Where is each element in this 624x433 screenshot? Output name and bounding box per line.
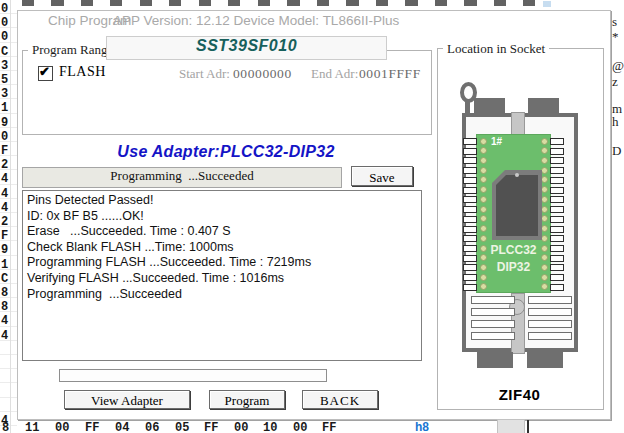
bg-hex-byte: 00: [55, 421, 69, 433]
pin-dot: [541, 206, 548, 213]
pin-stub: [463, 264, 477, 271]
bg-hex-char: 0: [1, 130, 16, 144]
pin-dot: [541, 167, 548, 174]
bg-hex-char: 3: [1, 59, 16, 73]
pin-dot: [541, 274, 548, 281]
log-lines: Pins Detected Passed!ID: 0x BF B5 ......…: [27, 193, 421, 302]
pin-stub: [463, 255, 477, 262]
board-pin1-marker: 1#: [491, 136, 502, 147]
pin-stub: [550, 284, 564, 291]
bg-ascii-char: @: [612, 58, 624, 74]
zif40-label: ZIF40: [437, 386, 602, 403]
bg-hex-char: 5: [1, 73, 16, 87]
pin-stub: [550, 138, 564, 145]
bg-hex-byte: 8: [2, 421, 9, 433]
screen: 000C353190F24442F91C88444 s*@zmhD Chip P…: [0, 0, 624, 433]
bg-hex-char: 2: [1, 158, 16, 172]
log-line: ID: 0x BF B5 ......OK!: [27, 209, 421, 225]
bg-hex-char: 4: [1, 187, 16, 201]
program-range-group: [22, 50, 432, 135]
background-hex-column: 000C353190F24442F91C88444: [0, 0, 17, 433]
pin-dot: [480, 157, 487, 164]
pin-stub: [463, 216, 477, 223]
pin-stub: [550, 196, 564, 203]
pin-stub: [550, 226, 564, 233]
program-range-label: Program Range: [28, 42, 117, 58]
view-adapter-button[interactable]: View Adapter: [64, 390, 190, 409]
log-line: Pins Detected Passed!: [27, 193, 421, 209]
pin-stub: [463, 274, 477, 281]
pin-stub: [463, 138, 477, 145]
pin-dot: [480, 206, 487, 213]
background-window-edge: [527, 420, 529, 433]
bg-ascii-char: D: [612, 143, 621, 159]
pin-stub: [463, 177, 477, 184]
log-line: Programming ...Succeeded: [27, 287, 421, 303]
pin-dot: [480, 138, 487, 145]
bg-hex-byte: 00: [234, 421, 248, 433]
bg-hex-byte: FF: [85, 421, 99, 433]
log-line: Erase ...Succeeded. Time : 0.407 S: [27, 224, 421, 240]
pin-stub: [550, 264, 564, 271]
board-label-dip32: DIP32: [476, 260, 551, 274]
checkmark-icon: ✔: [39, 64, 50, 79]
bg-hex-char: 0: [1, 30, 16, 44]
socket-top-tab-left: [474, 98, 505, 114]
bg-hex-char: 4: [1, 329, 16, 343]
bg-ascii-char: z: [612, 74, 618, 90]
pin-dot: [541, 157, 548, 164]
bg-hex-char: 9: [1, 243, 16, 257]
bg-hex-byte: 04: [115, 421, 129, 433]
pin-dot: [541, 138, 548, 145]
bg-hex-byte: 05: [175, 421, 189, 433]
pin-stub: [550, 157, 564, 164]
pin-dot: [541, 225, 548, 232]
socket-slot: [471, 296, 515, 304]
pin-stub: [463, 206, 477, 213]
pin-stub: [550, 206, 564, 213]
start-adr-value: 00000000: [233, 66, 292, 82]
pin-dot: [480, 225, 487, 232]
pin-stub: [550, 148, 564, 155]
socket-panel-label: Location in Socket: [443, 41, 549, 57]
chip-name: SST39SF010: [106, 36, 387, 60]
socket-slot: [528, 320, 572, 328]
end-adr-value: 0001FFFF: [359, 66, 421, 82]
background-artifact: [543, 1, 551, 7]
pin-stub: [550, 274, 564, 281]
socket-slot: [471, 320, 515, 328]
bg-hex-char: 1: [1, 258, 16, 272]
socket-top-tab-right: [528, 98, 559, 114]
pin-stub: [550, 167, 564, 174]
pin-stub: [463, 187, 477, 194]
bg-hex-byte: FF: [204, 421, 218, 433]
background-scrollbar-fragment: [497, 419, 525, 433]
save-log-button[interactable]: Save Log: [351, 166, 413, 186]
flash-label: FLASH: [59, 64, 106, 80]
end-adr-label: End Adr:: [311, 66, 358, 82]
bg-hex-char: C: [1, 45, 16, 59]
pin-stub: [463, 167, 477, 174]
bg-hex-char: 0: [1, 16, 16, 30]
bg-hex-byte: 06: [145, 421, 159, 433]
socket-slot: [528, 296, 572, 304]
pin-stub: [463, 196, 477, 203]
pin-stub: [463, 226, 477, 233]
pin-dot: [480, 235, 487, 242]
log-output[interactable]: Pins Detected Passed!ID: 0x BF B5 ......…: [22, 190, 422, 361]
bg-hex-char: 1: [1, 101, 16, 115]
bg-hex-byte: 00: [293, 421, 307, 433]
back-button[interactable]: BACK: [302, 390, 378, 409]
flash-checkbox[interactable]: ✔: [38, 66, 53, 81]
socket-slot: [528, 332, 572, 340]
pin-stub: [463, 245, 477, 252]
program-button[interactable]: Program: [209, 390, 285, 409]
pin1-dot-icon: [515, 173, 519, 177]
log-line: Verifying FLASH ...Succeeded. Time : 101…: [27, 271, 421, 287]
pin-stub: [550, 255, 564, 262]
bg-ascii-char: h: [612, 114, 619, 130]
app-version-text: APP Version: 12.12 Device Model: TL866II…: [113, 13, 399, 28]
bg-hex-char: 2: [1, 215, 16, 229]
pin-dot: [541, 196, 548, 203]
adapter-notice: Use Adapter:PLCC32-DIP32: [22, 143, 430, 161]
